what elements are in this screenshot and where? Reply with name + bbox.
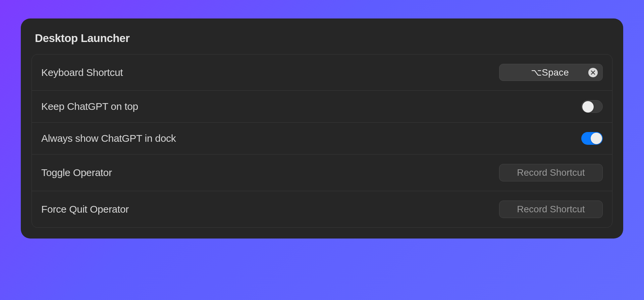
toggle-keep-on-top[interactable] [581, 100, 603, 113]
toggle-knob [582, 101, 594, 113]
record-shortcut-toggle-operator[interactable]: Record Shortcut [499, 164, 603, 181]
row-show-in-dock: Always show ChatGPT in dock [32, 123, 612, 155]
row-force-quit-operator: Force Quit Operator Record Shortcut [32, 191, 612, 227]
row-label: Keep ChatGPT on top [41, 101, 138, 112]
desktop-launcher-panel: Desktop Launcher Keyboard Shortcut ⌥Spac… [21, 18, 623, 239]
row-keyboard-shortcut: Keyboard Shortcut ⌥Space [32, 54, 612, 91]
section-title: Desktop Launcher [35, 32, 612, 45]
row-label: Toggle Operator [41, 167, 112, 178]
toggle-knob [591, 133, 602, 144]
settings-list: Keyboard Shortcut ⌥Space Keep ChatGPT on… [32, 54, 612, 228]
row-label: Force Quit Operator [41, 204, 129, 215]
row-keep-on-top: Keep ChatGPT on top [32, 91, 612, 123]
x-icon [591, 70, 595, 75]
row-label: Always show ChatGPT in dock [41, 133, 176, 144]
row-toggle-operator: Toggle Operator Record Shortcut [32, 155, 612, 191]
record-shortcut-force-quit[interactable]: Record Shortcut [499, 201, 603, 218]
clear-shortcut-icon[interactable] [588, 68, 598, 77]
keyboard-shortcut-chip[interactable]: ⌥Space [499, 64, 603, 81]
shortcut-text: ⌥Space [531, 67, 569, 78]
row-label: Keyboard Shortcut [41, 67, 123, 78]
toggle-show-in-dock[interactable] [581, 132, 603, 145]
